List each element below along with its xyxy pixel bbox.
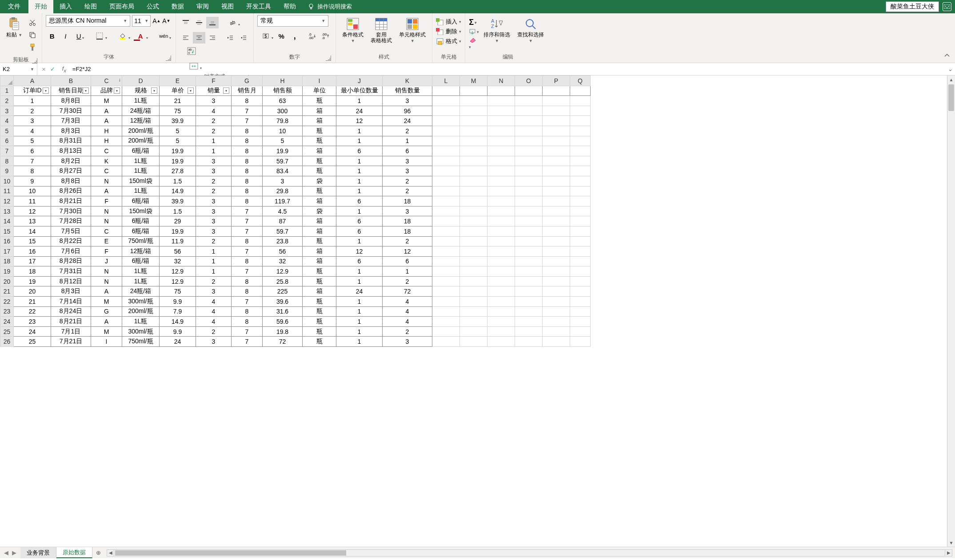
cell[interactable]: C [91, 226, 122, 236]
cell[interactable] [515, 126, 543, 136]
cell[interactable]: 2 [383, 186, 432, 196]
cell[interactable] [460, 96, 487, 106]
filter-button[interactable]: ▾ [43, 87, 49, 94]
cell[interactable]: 8月21日 [51, 317, 91, 327]
align-bottom-button[interactable] [206, 17, 219, 28]
cell[interactable] [570, 266, 591, 277]
cell[interactable]: 59.7 [263, 226, 303, 236]
cell[interactable]: 24 [383, 116, 432, 126]
cell[interactable] [570, 276, 591, 286]
cell[interactable]: 2 [383, 176, 432, 186]
cell[interactable]: 12瓶/箱 [122, 116, 160, 126]
cell[interactable] [460, 317, 487, 327]
cell[interactable]: 1 [336, 236, 383, 246]
shrink-font-button[interactable]: A▼ [162, 16, 170, 26]
header-cell[interactable]: 规格▾ [122, 86, 160, 96]
tab-file[interactable]: 文件 [0, 0, 28, 13]
cell[interactable] [515, 236, 543, 246]
cell[interactable] [432, 206, 460, 216]
cell[interactable] [570, 196, 591, 207]
cell[interactable] [460, 176, 487, 186]
cell[interactable]: 1 [336, 306, 383, 317]
font-size-select[interactable]: 11▼ [132, 15, 151, 27]
cell[interactable] [543, 226, 570, 236]
col-header-O[interactable]: O [515, 76, 543, 86]
cell[interactable] [460, 306, 487, 317]
cell[interactable]: 4 [196, 106, 232, 116]
cell[interactable] [487, 176, 515, 186]
cell[interactable]: 瓶 [303, 317, 336, 327]
cell[interactable]: 1L瓶 [122, 166, 160, 176]
cell[interactable]: 3 [196, 166, 232, 176]
cell[interactable]: 瓶 [303, 297, 336, 307]
cell[interactable] [570, 337, 591, 347]
cell[interactable] [515, 326, 543, 337]
cell[interactable]: 75 [160, 286, 196, 297]
cell[interactable]: M [91, 96, 122, 106]
cell[interactable]: 11.9 [160, 236, 196, 246]
cell[interactable] [515, 297, 543, 307]
cell[interactable] [460, 266, 487, 277]
cell[interactable]: 12 [336, 246, 383, 257]
cell[interactable]: 25.8 [263, 276, 303, 286]
cell[interactable] [432, 306, 460, 317]
cell[interactable]: 1L瓶 [122, 186, 160, 196]
row-header-13[interactable]: 13 [0, 206, 14, 216]
cell[interactable]: 1 [336, 166, 383, 176]
select-all-corner[interactable] [0, 76, 14, 86]
cell[interactable] [543, 317, 570, 327]
cell[interactable]: 6 [383, 146, 432, 156]
cell[interactable] [432, 266, 460, 277]
cell[interactable] [515, 256, 543, 266]
cell[interactable] [570, 306, 591, 317]
clipboard-launcher[interactable] [32, 58, 37, 64]
cell[interactable]: 5 [14, 136, 51, 146]
cell[interactable]: 200ml/瓶 [122, 136, 160, 146]
cell[interactable] [543, 266, 570, 277]
cell[interactable]: 7月5日 [51, 226, 91, 236]
paste-button[interactable]: 粘贴 ▼ [4, 15, 25, 40]
row-header-11[interactable]: 11 [0, 186, 14, 196]
cell[interactable] [515, 306, 543, 317]
cell-style-button[interactable]: 单元格样式▼ [396, 15, 428, 45]
cell[interactable] [543, 196, 570, 207]
cell[interactable]: 8 [232, 236, 263, 246]
cell[interactable]: 18 [14, 266, 51, 277]
cell[interactable]: 1L瓶 [122, 276, 160, 286]
cell[interactable]: 4 [383, 297, 432, 307]
tab-draw[interactable]: 绘图 [78, 0, 103, 13]
table-format-button[interactable]: 套用 表格格式 [368, 15, 395, 45]
cell[interactable]: 75 [160, 106, 196, 116]
cell[interactable]: 1 [336, 126, 383, 136]
conditional-format-button[interactable]: 条件格式▼ [340, 15, 366, 45]
cell[interactable]: 1L瓶 [122, 266, 160, 277]
cell[interactable]: 300 [263, 106, 303, 116]
cell[interactable]: 7月30日 [51, 206, 91, 216]
cell[interactable]: 8月28日 [51, 256, 91, 266]
cell[interactable] [460, 116, 487, 126]
cell[interactable]: 箱 [303, 106, 336, 116]
border-button[interactable]: ▾ [91, 30, 108, 42]
cell[interactable] [570, 126, 591, 136]
cell[interactable]: 29 [160, 216, 196, 226]
tab-insert[interactable]: 插入 [53, 0, 78, 13]
cell[interactable]: 8 [232, 256, 263, 266]
cell[interactable] [432, 317, 460, 327]
col-header-D[interactable]: D [122, 76, 160, 86]
cell[interactable]: 9 [14, 176, 51, 186]
cell[interactable]: 31.6 [263, 306, 303, 317]
cell[interactable] [515, 337, 543, 347]
name-box[interactable]: K2▼ [0, 63, 37, 75]
decrease-indent-button[interactable] [224, 32, 236, 44]
row-header-12[interactable]: 12 [0, 196, 14, 207]
autosum-button[interactable]: Σ ▾ [469, 18, 479, 27]
cell[interactable]: A [91, 186, 122, 196]
cell[interactable] [460, 86, 487, 96]
cell[interactable]: 14 [14, 226, 51, 236]
cell[interactable] [543, 86, 570, 96]
cell[interactable]: 750ml/瓶 [122, 236, 160, 246]
cell[interactable]: 12.9 [160, 276, 196, 286]
cell[interactable]: 18 [383, 226, 432, 236]
cell[interactable]: 4 [196, 317, 232, 327]
cell[interactable]: 2 [383, 126, 432, 136]
